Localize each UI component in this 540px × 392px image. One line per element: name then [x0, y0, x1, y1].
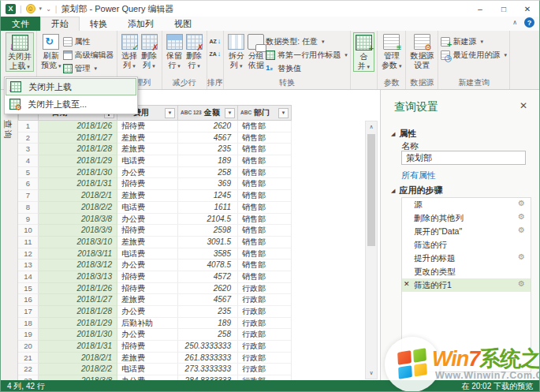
- cell-amount[interactable]: 189: [178, 318, 238, 330]
- applied-step[interactable]: 展开的"Data"⚙: [402, 225, 531, 238]
- row-number[interactable]: 14: [18, 271, 39, 283]
- filter-button[interactable]: ▼: [165, 108, 175, 118]
- cell-amount[interactable]: 189: [178, 155, 238, 167]
- cell-date[interactable]: 2018/3/11: [39, 248, 117, 260]
- cell-dept[interactable]: 行政部: [238, 306, 292, 318]
- cell-amount[interactable]: 250.3333333: [178, 341, 238, 353]
- tab-home[interactable]: 开始: [40, 17, 80, 31]
- row-number[interactable]: 9: [18, 214, 39, 226]
- cell-amount[interactable]: 258: [178, 167, 238, 179]
- cell-fee[interactable]: 办公费: [117, 167, 178, 179]
- help-icon[interactable]: ?: [524, 17, 534, 28]
- menu-item[interactable]: ↓关闭并上载: [6, 78, 136, 95]
- row-number[interactable]: 12: [18, 248, 39, 260]
- row-number[interactable]: 3: [18, 144, 39, 155]
- column-header-dept[interactable]: ABC 部门 ▼: [238, 105, 292, 121]
- cell-dept[interactable]: 销售部: [238, 248, 292, 260]
- cell-fee[interactable]: 差旅费: [117, 190, 178, 202]
- cell-dept[interactable]: 销售部: [238, 225, 292, 237]
- cell-date[interactable]: 2018/1/28: [39, 144, 117, 155]
- applied-step[interactable]: 更改的类型: [402, 265, 531, 278]
- advanced-editor-button[interactable]: 高级编辑器: [63, 48, 114, 62]
- queries-collapsed-pane[interactable]: 查询: [1, 90, 18, 380]
- applied-step[interactable]: 删除的其他列⚙: [402, 211, 531, 225]
- replace-values-button[interactable]: 替换值: [266, 62, 348, 75]
- cell-amount[interactable]: 235: [178, 144, 238, 155]
- cell-date[interactable]: 2018/1/31: [39, 341, 117, 353]
- cell-date[interactable]: 2018/1/30: [39, 329, 117, 341]
- cell-amount[interactable]: 2620: [178, 121, 238, 133]
- cell-fee[interactable]: 办公费: [117, 306, 178, 318]
- cell-date[interactable]: 2018/2/1: [39, 353, 117, 364]
- properties-section-header[interactable]: 属性: [391, 128, 416, 140]
- manage-button[interactable]: 管理: [63, 62, 114, 75]
- cell-amount[interactable]: 1611: [178, 202, 238, 214]
- merge-button[interactable]: + 合 并: [353, 32, 374, 72]
- maximize-button[interactable]: □: [492, 1, 516, 17]
- cell-dept[interactable]: 销售部: [238, 237, 292, 248]
- row-number[interactable]: 2: [18, 133, 39, 144]
- step-settings-gear-icon[interactable]: ⚙: [518, 212, 525, 221]
- cell-date[interactable]: 2018/3/9: [39, 225, 117, 237]
- tab-view[interactable]: 视图: [164, 17, 202, 31]
- cell-dept[interactable]: 行政部: [238, 294, 292, 306]
- cell-fee[interactable]: 招待费: [117, 283, 178, 295]
- all-properties-link[interactable]: 所有属性: [401, 170, 436, 181]
- cell-date[interactable]: 2018/2/1: [39, 190, 117, 202]
- minimize-button[interactable]: –: [468, 1, 492, 17]
- row-number[interactable]: 13: [18, 259, 39, 271]
- close-button[interactable]: ✕: [516, 1, 539, 17]
- cell-fee[interactable]: 电话费: [117, 364, 178, 375]
- cell-amount[interactable]: 261.8333333: [178, 353, 238, 364]
- applied-step[interactable]: 源⚙: [402, 198, 531, 211]
- cell-dept[interactable]: 销售部: [238, 167, 292, 179]
- cell-fee[interactable]: 招待费: [117, 225, 178, 237]
- cell-dept[interactable]: 销售部: [238, 155, 292, 167]
- row-number[interactable]: 8: [18, 202, 39, 214]
- tab-add-column[interactable]: 添加列: [117, 17, 164, 31]
- cell-dept[interactable]: 行政部: [238, 329, 292, 341]
- applied-step[interactable]: 筛选的行: [402, 238, 531, 252]
- cell-amount[interactable]: 4567: [178, 294, 238, 306]
- cell-date[interactable]: 2018/2/2: [39, 202, 117, 214]
- row-number[interactable]: 22: [18, 364, 39, 375]
- group-by-button[interactable]: 分组 依据: [246, 32, 266, 70]
- cell-amount[interactable]: 1245: [178, 190, 238, 202]
- row-number[interactable]: 4: [18, 155, 39, 167]
- row-number[interactable]: 6: [18, 178, 39, 190]
- cell-amount[interactable]: 273.3333333: [178, 364, 238, 375]
- cell-date[interactable]: 2018/3/13: [39, 271, 117, 283]
- cell-date[interactable]: 2018/1/29: [39, 155, 117, 167]
- cell-date[interactable]: 2018/1/29: [39, 318, 117, 330]
- applied-step[interactable]: ✕筛选的行1⚙: [402, 278, 531, 292]
- filter-button[interactable]: ▼: [278, 108, 289, 118]
- quick-access-customize-icon[interactable]: ⌄: [46, 6, 51, 13]
- sort-descending-button[interactable]: ZA↓: [210, 48, 222, 59]
- choose-columns-button[interactable]: ✓ 选择 列: [120, 32, 140, 70]
- cell-amount[interactable]: 4078.5: [178, 259, 238, 271]
- new-source-button[interactable]: + 新建源: [441, 35, 507, 48]
- cell-fee[interactable]: 后勤补助: [117, 318, 178, 330]
- cell-dept[interactable]: 行政部: [238, 341, 292, 353]
- cell-date[interactable]: 2018/1/27: [39, 133, 117, 144]
- cell-date[interactable]: 2018/1/26: [39, 283, 117, 295]
- cell-amount[interactable]: 258: [178, 329, 238, 341]
- row-number[interactable]: 19: [18, 329, 39, 341]
- cell-date[interactable]: 2018/3/10: [39, 237, 117, 248]
- query-name-input[interactable]: [401, 151, 526, 165]
- cell-amount[interactable]: 369: [178, 178, 238, 190]
- cell-date[interactable]: 2018/3/12: [39, 259, 117, 271]
- cell-fee[interactable]: 差旅费: [117, 353, 178, 364]
- cell-date[interactable]: 2018/1/26: [39, 121, 117, 133]
- remove-columns-button[interactable]: ✗ 删除 列: [140, 32, 159, 70]
- manage-parameters-button[interactable]: ≡ 管理 参数: [380, 32, 404, 70]
- cell-fee[interactable]: 电话费: [117, 202, 178, 214]
- row-number[interactable]: 20: [18, 341, 39, 353]
- cell-fee[interactable]: 电话费: [117, 248, 178, 260]
- cell-amount[interactable]: 2104.5: [178, 214, 238, 226]
- cell-dept[interactable]: 销售部: [238, 178, 292, 190]
- cell-dept[interactable]: 销售部: [238, 133, 292, 144]
- cell-date[interactable]: 2018/3/8: [39, 214, 117, 226]
- scrollbar-thumb[interactable]: [367, 134, 375, 246]
- cell-dept[interactable]: 行政部: [238, 364, 292, 375]
